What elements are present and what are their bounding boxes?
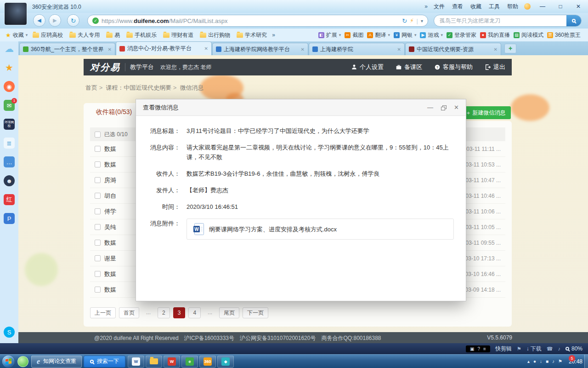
show-desktop-button[interactable]: [584, 355, 588, 368]
favorites-button[interactable]: ★ 收藏 ▾: [6, 31, 28, 39]
bookmark-item[interactable]: 应聘高校: [30, 30, 65, 40]
gift-icon[interactable]: [524, 3, 531, 10]
browser-tool-button[interactable]: A 翻译 ▾: [367, 31, 390, 39]
music-icon[interactable]: ♪: [558, 346, 560, 351]
modal-restore-button[interactable]: [441, 105, 446, 110]
pagination-button[interactable]: 下一页: [243, 307, 268, 318]
phone-icon[interactable]: ☎: [547, 346, 553, 352]
start-button[interactable]: [2, 356, 14, 368]
row-checkbox[interactable]: [95, 161, 101, 167]
zoom-control[interactable]: 80%: [565, 345, 582, 352]
menu-item[interactable]: 文件: [434, 3, 445, 11]
taskbar-app[interactable]: W: [128, 356, 144, 368]
quickclip-widget[interactable]: ▣ ? ≡: [466, 345, 490, 352]
row-checkbox[interactable]: [95, 208, 101, 214]
row-checkbox[interactable]: [95, 224, 101, 230]
nav-help[interactable]: ? 客服与帮助: [434, 63, 473, 71]
search-input[interactable]: 孤岛三年只为这把屠龙刀: [434, 17, 566, 25]
window-maximize-button[interactable]: □: [554, 3, 566, 10]
sidebar-app-icon[interactable]: P: [4, 213, 15, 224]
row-checkbox[interactable]: [95, 255, 101, 261]
taskbar-ie-window[interactable]: e 知网论文查重: [31, 356, 82, 368]
menu-overflow-icon[interactable]: »: [424, 3, 428, 10]
browser-tab[interactable]: 上海建桥学院网络教学平台 ✕: [212, 43, 308, 55]
new-tab-button[interactable]: +: [504, 44, 516, 53]
pagination-button[interactable]: 3: [173, 307, 186, 318]
site-logo[interactable]: 对分易: [90, 61, 120, 74]
bookmark-item[interactable]: 夫人专用: [67, 30, 102, 40]
address-refresh-icon[interactable]: ↻: [402, 17, 407, 24]
tray-icon[interactable]: ●: [533, 359, 536, 364]
address-bar[interactable]: ✓ https://www.duifene.com/Mail/PC/MailLi…: [87, 15, 428, 27]
tab-close-icon[interactable]: ✕: [301, 47, 305, 52]
taskbar-app[interactable]: W: [164, 356, 180, 368]
browser-tool-button[interactable]: ● 我的直播: [480, 31, 510, 39]
tab-close-icon[interactable]: ✕: [108, 47, 112, 52]
nav-lesson-prep[interactable]: 备课区: [396, 63, 422, 71]
skype-icon[interactable]: S: [4, 327, 15, 338]
back-button[interactable]: ◀: [33, 14, 45, 27]
tray-icon[interactable]: ▴: [527, 359, 530, 364]
bookmark-item[interactable]: 手机娱乐: [124, 30, 159, 40]
sidebar-app-icon[interactable]: ◉: [4, 81, 15, 92]
browser-tool-button[interactable]: ✂ 截图: [345, 31, 363, 39]
breadcrumb-item[interactable]: 课程：中国近现代史纲要: [106, 84, 171, 91]
window-minimize-button[interactable]: —: [537, 3, 548, 10]
sidebar-app-icon[interactable]: ✉ 1: [4, 100, 15, 111]
turbo-icon[interactable]: ⚡: [410, 17, 413, 24]
nav-logout[interactable]: 退出: [485, 63, 505, 71]
flag-icon[interactable]: ⚑: [517, 346, 521, 352]
bookmark-item[interactable]: 学术研究: [234, 30, 269, 40]
forward-button[interactable]: ▶: [49, 14, 61, 27]
bookmark-item[interactable]: 易: [104, 30, 122, 40]
taskbar-app[interactable]: ◆: [217, 356, 234, 368]
browser-tool-button[interactable]: ▤ 阅读模式: [514, 31, 543, 39]
row-checkbox[interactable]: [95, 271, 101, 277]
sidebar-app-icon[interactable]: 环球网校: [4, 119, 15, 130]
bookmark-item[interactable]: 出行购物: [198, 30, 232, 40]
pagination-button[interactable]: 上一页: [90, 307, 116, 318]
quickclip-label[interactable]: 快剪辑: [495, 345, 512, 353]
pagination-button[interactable]: 首页: [119, 307, 139, 318]
profile-avatar[interactable]: [5, 3, 27, 25]
pagination-button[interactable]: 4: [188, 307, 201, 318]
url-dropdown-icon[interactable]: ▾: [421, 18, 423, 23]
sidebar-app-icon[interactable]: …: [4, 156, 15, 167]
site-safety-icon[interactable]: ✓: [92, 17, 99, 24]
tray-icon[interactable]: ■: [546, 359, 548, 364]
row-checkbox[interactable]: [95, 240, 101, 246]
pagination-button[interactable]: 2: [158, 307, 170, 318]
browser-tab[interactable]: 上海建桥学院 ✕: [309, 43, 405, 55]
browser-tab[interactable]: 360导航_一个主页，整个世界 ✕: [19, 43, 115, 55]
row-checkbox[interactable]: [95, 177, 101, 183]
nav-personal-settings[interactable]: 个人设置: [351, 63, 384, 71]
sidebar-app-icon[interactable]: ☻: [4, 175, 15, 186]
tray-icon[interactable]: ↓: [540, 359, 542, 364]
modal-minimize-button[interactable]: —: [427, 104, 433, 111]
bookmark-item[interactable]: 理财有道: [161, 30, 196, 40]
reload-button[interactable]: ↻: [67, 14, 79, 27]
row-checkbox[interactable]: [95, 193, 101, 199]
tab-close-icon[interactable]: ✕: [397, 47, 401, 52]
tray-icon[interactable]: ♪: [552, 359, 554, 364]
new-message-button[interactable]: ＋ 新建微信消息: [460, 106, 511, 119]
row-checkbox[interactable]: [95, 287, 101, 293]
browser-tool-button[interactable]: ¥ 网银 ▾: [394, 31, 417, 39]
menu-item[interactable]: 工具: [489, 3, 500, 11]
browser-tool-button[interactable]: ▶ 游戏 ▾: [420, 31, 443, 39]
pagination-button[interactable]: ...: [142, 307, 154, 318]
tab-close-icon[interactable]: ✕: [494, 47, 498, 52]
menu-item[interactable]: 查看: [452, 3, 463, 11]
tray-icon[interactable]: ⚑: [558, 359, 562, 364]
sidebar-app-icon[interactable]: ★: [4, 62, 15, 73]
window-close-button[interactable]: ✕: [572, 3, 584, 10]
taskbar-360-browser-icon[interactable]: [17, 356, 28, 367]
search-box[interactable]: 孤岛三年只为这把屠龙刀: [434, 15, 582, 27]
taskbar-app[interactable]: e: [181, 356, 198, 368]
search-button[interactable]: [566, 15, 581, 26]
select-all-checkbox[interactable]: [95, 132, 101, 138]
browser-tool-button[interactable]: ✓ 登录管家: [447, 31, 476, 39]
breadcrumb-item[interactable]: 首页: [85, 84, 97, 91]
pagination-button[interactable]: 尾页: [219, 307, 239, 318]
taskbar-search-button[interactable]: 搜索一下: [84, 356, 125, 368]
